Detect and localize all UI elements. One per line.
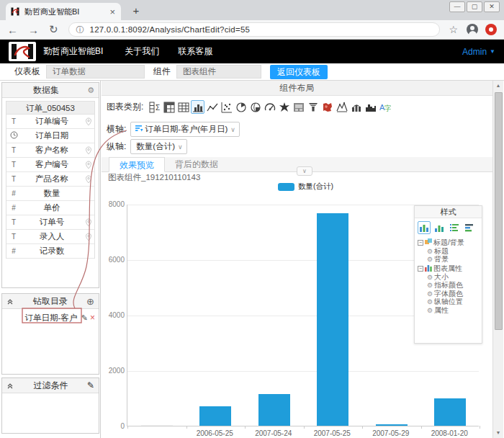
tree-item[interactable]: ⚙纵轴位置	[418, 298, 480, 307]
delete-icon[interactable]: ×	[90, 313, 95, 323]
radar-chart-icon[interactable]	[277, 100, 291, 114]
chart-component-title: 图表组件_191210110143	[108, 172, 200, 183]
app-brand[interactable]: 勤哲商业智能BI	[43, 45, 103, 58]
address-bar[interactable]: ⓘ 127.0.0.1:8092/Analysis/ChartEdit?cid=…	[68, 22, 441, 37]
add-drill-icon[interactable]: ⊕	[86, 296, 94, 307]
minimize-button[interactable]: —	[449, 1, 465, 12]
geo-pin-icon[interactable]	[83, 174, 94, 184]
yaxis-dropdown[interactable]: 数量(合计) ∨	[130, 139, 186, 154]
back-icon[interactable]: ←	[7, 24, 18, 36]
user-menu[interactable]: Admin ▼	[462, 47, 495, 57]
rose-chart-icon[interactable]	[248, 100, 262, 114]
pie-chart-icon[interactable]	[234, 100, 248, 114]
field-row[interactable]: T 客户名称	[6, 143, 94, 158]
vertical-bars-style-icon[interactable]	[418, 221, 431, 234]
back-to-dashboard-button[interactable]: 返回仪表板	[270, 65, 328, 79]
bar[interactable]	[376, 424, 408, 426]
area-chart-icon[interactable]	[364, 100, 377, 114]
gauge-chart-icon[interactable]	[263, 100, 276, 114]
edit-icon[interactable]: ✎	[81, 313, 88, 323]
pareto-chart-icon[interactable]	[349, 100, 363, 114]
dashboard-panel-icon[interactable]	[292, 100, 305, 114]
drill-panel: 钻取目录 ⊕ 订单日期-客户 ✎ ×	[1, 293, 99, 375]
page-scrollbar[interactable]: ▲ ▼	[492, 81, 503, 438]
horizontal-lines-style-icon[interactable]	[448, 221, 461, 234]
field-row[interactable]: T 订单号	[6, 215, 94, 230]
pivot-table-icon[interactable]	[162, 100, 176, 114]
new-tab-button[interactable]: +	[128, 4, 144, 17]
page-info-icon[interactable]: ⓘ	[76, 24, 84, 35]
chart-options-toggle[interactable]: ∨	[297, 166, 312, 176]
data-table-icon[interactable]	[176, 100, 190, 114]
word-cloud-icon[interactable]: A字	[378, 100, 392, 114]
style-tree: − 标题/背景 ⚙标题 ⚙背景 − 图表属性 ⚙大小 ⚙指标颜色 ⚙字体颜色 ⚙…	[415, 236, 482, 315]
edit-filter-icon[interactable]: ✎	[87, 380, 94, 390]
tab-close-icon[interactable]: ×	[108, 6, 117, 17]
bar-chart-icon[interactable]	[191, 100, 204, 114]
tab-effect-preview[interactable]: 效果预览	[109, 157, 165, 172]
chart-legend[interactable]: 数量(合计)	[278, 182, 333, 192]
maximize-button[interactable]: ▢	[467, 1, 482, 12]
browser-menu-icon[interactable]	[485, 24, 497, 35]
field-row[interactable]: # 记录数	[6, 244, 94, 259]
tree-item[interactable]: ⚙标题	[418, 247, 480, 256]
funnel-chart-icon[interactable]	[306, 100, 320, 114]
xaxis-dropdown[interactable]: 订单日期-客户(年月日) ∨	[130, 122, 240, 137]
geo-pin-icon[interactable]	[83, 146, 94, 156]
field-row[interactable]: # 数量	[6, 187, 94, 201]
field-row[interactable]: # 单价	[6, 201, 94, 215]
scroll-down-icon[interactable]: ▼	[493, 428, 503, 438]
title-background-icon	[425, 238, 432, 247]
dataset-settings-icon[interactable]: ⚙	[87, 86, 94, 95]
bar[interactable]	[434, 398, 466, 426]
horizontal-bars-style-icon[interactable]	[463, 221, 476, 234]
browser-tab[interactable]: 勤哲商业智能BI ×	[6, 3, 121, 20]
tree-group[interactable]: − 标题/背景	[418, 238, 480, 247]
collapse-box-icon[interactable]: −	[418, 266, 423, 272]
summary-table-icon[interactable]: Σ	[148, 100, 161, 114]
collapse-icon[interactable]	[6, 298, 14, 305]
geo-pin-icon[interactable]	[83, 117, 94, 127]
collapse-icon[interactable]	[6, 382, 14, 390]
field-row[interactable]: T 录入人	[6, 230, 94, 244]
chart-category-label: 图表类别:	[107, 101, 143, 113]
profile-avatar[interactable]	[467, 24, 478, 35]
scatter-chart-icon[interactable]	[220, 100, 233, 114]
vertical-bars-alt-style-icon[interactable]	[433, 221, 446, 234]
gear-icon: ⚙	[427, 248, 433, 255]
field-row[interactable]: T 产品名称	[6, 172, 94, 187]
bar[interactable]	[199, 406, 231, 426]
scroll-up-icon[interactable]: ▲	[493, 81, 503, 91]
tree-group[interactable]: − 图表属性	[418, 264, 480, 273]
field-row[interactable]: T 订单编号	[6, 115, 94, 129]
line-chart-icon[interactable]	[205, 100, 219, 114]
menu-about[interactable]: 关于我们	[125, 45, 159, 58]
x-tick-label: 2007-05-25	[303, 429, 362, 437]
field-row[interactable]: 订单日期	[6, 129, 94, 143]
scrollbar-thumb[interactable]	[495, 92, 503, 330]
legend-swatch[interactable]	[278, 183, 294, 191]
tree-item[interactable]: ⚙背景	[418, 256, 480, 264]
bookmark-star-icon[interactable]: ☆	[449, 24, 458, 35]
map-chart-icon[interactable]	[320, 100, 334, 114]
bar[interactable]	[317, 213, 348, 426]
menu-contact[interactable]: 联系客服	[178, 45, 212, 58]
bar[interactable]	[141, 425, 173, 426]
close-button[interactable]: ✕	[484, 1, 500, 12]
geo-pin-icon[interactable]	[83, 232, 94, 242]
tree-item[interactable]: ⚙属性	[418, 306, 480, 315]
forward-icon[interactable]: →	[28, 24, 39, 36]
geo-pin-icon[interactable]	[83, 160, 94, 170]
tab-underlying-data[interactable]: 背后的数据	[165, 157, 228, 172]
field-row[interactable]: T 客户编号	[6, 158, 94, 172]
browser-window: 勤哲商业智能BI × + — ▢ ✕ ← → ↻ ⓘ 127.0.0.1:809…	[0, 0, 504, 438]
geo-pin-icon[interactable]	[83, 218, 94, 228]
dataset-table-name[interactable]: 订单_050453	[6, 102, 94, 115]
drill-item[interactable]: 订单日期-客户 ✎ ×	[2, 310, 99, 325]
collapse-box-icon[interactable]: −	[418, 240, 423, 246]
drill-panel-header: 钻取目录 ⊕	[2, 294, 99, 309]
bar[interactable]	[258, 394, 290, 426]
url-text[interactable]: 127.0.0.1:8092/Analysis/ChartEdit?cid=55	[90, 25, 251, 34]
reload-icon[interactable]: ↻	[49, 23, 58, 36]
peak-line-chart-icon[interactable]	[335, 100, 348, 114]
